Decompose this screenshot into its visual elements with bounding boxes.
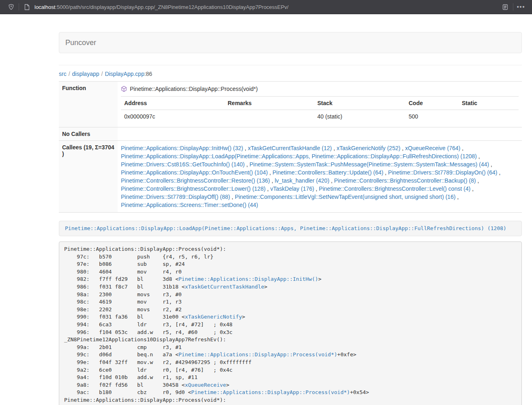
callee-separator: , bbox=[383, 169, 388, 176]
app-navbar: Puncover bbox=[59, 32, 522, 53]
callee-separator: , bbox=[456, 194, 459, 200]
symbol-link[interactable]: xQueueReceive bbox=[185, 382, 226, 388]
function-row: Function Pinetime::Applications::Display… bbox=[59, 82, 522, 97]
callee-link[interactable]: Pinetime::Applications::DisplayApp::Load… bbox=[121, 153, 477, 159]
breadcrumb-link[interactable]: src bbox=[59, 71, 67, 77]
stats-column-header: Stack bbox=[314, 97, 405, 110]
highlighted-symbol-link[interactable]: Pinetime::Applications::DisplayApp::Load… bbox=[65, 225, 506, 231]
callee-link[interactable]: Pinetime::System::SystemTask::PushMessag… bbox=[250, 161, 489, 168]
callee-link[interactable]: lv_task_handler (420) bbox=[275, 177, 330, 184]
no-callers-label: No Callers bbox=[59, 127, 118, 141]
toolbar-divider bbox=[19, 3, 19, 11]
callee-link[interactable]: Pinetime::Components::LittleVgl::SetNewT… bbox=[235, 194, 456, 200]
breadcrumb-separator: / bbox=[69, 71, 70, 77]
callee-link[interactable]: Pinetime::Controllers::BrightnessControl… bbox=[121, 177, 270, 184]
breadcrumb-links: src/displayapp/DisplayApp.cpp bbox=[59, 71, 144, 77]
callee-separator: , bbox=[470, 185, 474, 192]
symbol-link[interactable]: Pinetime::Applications::DisplayApp::Proc… bbox=[179, 351, 337, 358]
callee-separator: , bbox=[476, 177, 479, 184]
url-host: localhost bbox=[34, 4, 55, 10]
callees-label: Callees (19, Σ=3704 ) bbox=[59, 141, 118, 213]
no-callers-row: No Callers bbox=[59, 127, 522, 141]
stats-column-header: Static bbox=[459, 97, 519, 110]
callee-separator: , bbox=[243, 145, 248, 151]
callee-link[interactable]: xQueueReceive (764) bbox=[405, 145, 460, 151]
symbol-link[interactable]: xTaskGenericNotify bbox=[185, 314, 242, 320]
stats-value-cell: 40 (static) bbox=[314, 110, 405, 124]
stats-column-header: Address bbox=[121, 97, 224, 110]
stats-column-header: Code bbox=[405, 97, 459, 110]
callee-link[interactable]: Pinetime::Applications::DisplayApp::Init… bbox=[121, 145, 243, 151]
callee-separator: , bbox=[270, 177, 275, 184]
callee-link[interactable]: Pinetime::Controllers::BrightnessControl… bbox=[334, 177, 476, 184]
page-icon[interactable] bbox=[22, 2, 32, 12]
package-icon bbox=[121, 86, 127, 92]
stats-row: AddressRemarksStackCodeStatic 0x0000097c… bbox=[59, 96, 522, 127]
breadcrumb-link[interactable]: displayapp bbox=[72, 71, 99, 77]
disassembly-block: Pinetime::Applications::DisplayApp::Proc… bbox=[59, 241, 522, 405]
page-container: Puncover src/displayapp/DisplayApp.cpp:8… bbox=[59, 32, 522, 405]
callee-separator: , bbox=[268, 169, 273, 176]
stats-table: AddressRemarksStackCodeStatic 0x0000097c… bbox=[121, 96, 519, 124]
callee-separator: , bbox=[265, 185, 270, 192]
stats-value-cell bbox=[224, 110, 314, 124]
callee-link[interactable]: Pinetime::Controllers::BrightnessControl… bbox=[319, 185, 470, 192]
callee-link[interactable]: Pinetime::Drivers::Cst816S::GetTouchInfo… bbox=[121, 161, 245, 168]
callee-link[interactable]: Pinetime::Controllers::Battery::Update()… bbox=[273, 169, 383, 176]
callee-link[interactable]: Pinetime::Controllers::BrightnessControl… bbox=[121, 185, 265, 192]
callee-link[interactable]: xTaskGenericNotify (252) bbox=[336, 145, 400, 151]
stats-column-header: Remarks bbox=[224, 97, 314, 110]
callee-separator: , bbox=[330, 177, 334, 184]
menu-dots-icon[interactable]: ••• bbox=[516, 2, 526, 12]
callees-row: Callees (19, Σ=3704 ) Pinetime::Applicat… bbox=[59, 141, 522, 213]
breadcrumb-link[interactable]: DisplayApp.cpp bbox=[105, 71, 144, 77]
stats-row-label bbox=[59, 96, 118, 127]
function-table: Function Pinetime::Applications::Display… bbox=[59, 81, 522, 213]
callee-separator: , bbox=[314, 185, 319, 192]
callee-separator: , bbox=[489, 161, 492, 168]
callee-separator: , bbox=[498, 169, 501, 176]
callee-separator: , bbox=[230, 194, 235, 200]
shield-icon[interactable] bbox=[6, 2, 16, 12]
app-brand[interactable]: Puncover bbox=[65, 39, 96, 47]
breadcrumb: src/displayapp/DisplayApp.cpp:86 bbox=[59, 65, 522, 81]
callee-separator: , bbox=[477, 153, 480, 159]
highlighted-symbol-box: Pinetime::Applications::DisplayApp::Load… bbox=[59, 221, 522, 236]
url-path: :5000/path/src/displayapp/DisplayApp.cpp… bbox=[55, 4, 289, 10]
stats-value-cell bbox=[459, 110, 519, 124]
breadcrumb-separator: / bbox=[101, 71, 103, 77]
callee-link[interactable]: Pinetime::Drivers::St7789::DisplayOn() (… bbox=[388, 169, 497, 176]
callee-separator: , bbox=[245, 161, 250, 168]
symbol-link[interactable]: Pinetime::Applications::DisplayApp::Init… bbox=[179, 276, 318, 282]
function-name: Pinetime::Applications::DisplayApp::Proc… bbox=[130, 85, 258, 93]
browser-toolbar: localhost:5000/path/src/displayapp/Displ… bbox=[0, 0, 532, 14]
stats-value-cell: 500 bbox=[405, 110, 459, 124]
callee-separator: , bbox=[332, 145, 337, 151]
callee-separator: , bbox=[401, 145, 405, 151]
stats-value-row: 0x0000097c40 (static)500 bbox=[121, 110, 519, 124]
callee-link[interactable]: Pinetime::Drivers::St7789::DisplayOff() … bbox=[121, 194, 230, 200]
callee-link[interactable]: xTaskGetCurrentTaskHandle (12) bbox=[248, 145, 332, 151]
breadcrumb-line-number: :86 bbox=[144, 71, 152, 77]
callees-cell: Pinetime::Applications::DisplayApp::Init… bbox=[118, 141, 522, 213]
symbol-link[interactable]: xTaskGetCurrentTaskHandle bbox=[185, 284, 264, 290]
stats-value-cell: 0x0000097c bbox=[121, 110, 224, 124]
reader-mode-icon[interactable] bbox=[500, 2, 510, 12]
callee-separator: , bbox=[460, 145, 463, 151]
function-label: Function bbox=[59, 82, 118, 97]
symbol-link[interactable]: Pinetime::Applications::DisplayApp::Proc… bbox=[191, 389, 350, 395]
callee-link[interactable]: vTaskDelay (176) bbox=[270, 185, 314, 192]
callee-link[interactable]: Pinetime::Applications::Screens::Timer::… bbox=[121, 202, 258, 208]
toolbar-divider bbox=[513, 3, 513, 11]
address-bar[interactable]: localhost:5000/path/src/displayapp/Displ… bbox=[34, 4, 500, 10]
callee-link[interactable]: Pinetime::Applications::DisplayApp::OnTo… bbox=[121, 169, 268, 176]
stats-header-row: AddressRemarksStackCodeStatic bbox=[121, 97, 519, 110]
